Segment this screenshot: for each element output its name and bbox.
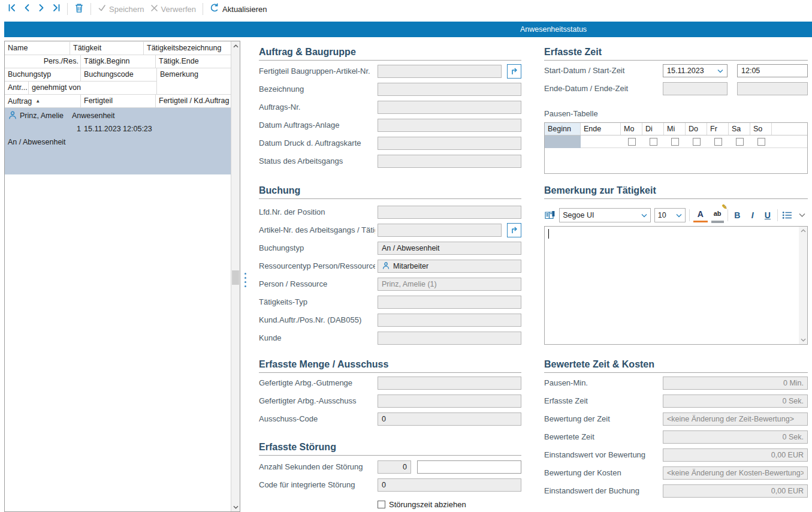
section-title: Erfasste Zeit: [544, 47, 602, 58]
pause-column-ende: Ende: [581, 123, 621, 135]
gefertigter-ausschuss-input: [378, 394, 521, 408]
scroll-thumb[interactable]: [232, 270, 239, 285]
field-label: Auftrags-Nr.: [259, 103, 375, 112]
person-icon: [8, 110, 17, 122]
auftrags-nr-input: [378, 101, 521, 114]
scroll-down-icon[interactable]: [799, 336, 807, 344]
column-header-taetigk-beginn[interactable]: Tätigk.Beginn: [81, 55, 156, 68]
discard-button[interactable]: Verwerfen: [147, 2, 200, 16]
column-header-buchungscode[interactable]: Buchungscode: [81, 68, 156, 81]
next-record-button[interactable]: [34, 2, 49, 16]
open-reference-button[interactable]: [507, 223, 521, 237]
first-record-icon: [8, 4, 17, 14]
chevron-down-icon[interactable]: [641, 211, 647, 219]
di-checkbox[interactable]: [650, 138, 657, 146]
section-title: Auftrag & Baugruppe: [259, 47, 356, 58]
field-label: Kunde: [259, 333, 375, 342]
ausschuss-code-input: 0: [378, 412, 521, 426]
stoerung-zusatz-input[interactable]: [417, 460, 521, 474]
bullet-list-icon[interactable]: [781, 209, 793, 222]
section-rule: [259, 455, 521, 456]
font-size-combo[interactable]: 10: [654, 208, 686, 222]
start-zeit-input[interactable]: 12:05: [737, 64, 808, 77]
field-label: Tätigkeits-Typ: [259, 297, 375, 306]
scroll-up-icon[interactable]: [231, 41, 240, 50]
column-header-pers-res[interactable]: Pers./Res.: [5, 55, 81, 68]
column-header-buchungstyp[interactable]: Buchungstyp: [5, 68, 81, 81]
do-checkbox[interactable]: [693, 138, 701, 146]
row-taetigkeit: Anwesenheit: [72, 112, 115, 120]
column-header-taetigk-ende[interactable]: Tätigk.Ende: [156, 55, 231, 68]
font-color-icon[interactable]: A: [693, 207, 707, 222]
column-header-taetigkeit[interactable]: Tätigkeit: [70, 42, 144, 55]
pause-column-di: Di: [642, 123, 664, 135]
panel-splitter[interactable]: [244, 273, 247, 292]
column-header-fertigteil-kd-auftrag[interactable]: Fertigteil / Kd.Auftrag: [156, 95, 231, 107]
pause-ende-cell[interactable]: [581, 135, 621, 148]
field-label: Code für integrierte Störung: [259, 480, 375, 489]
selected-booking-row[interactable]: Prinz, Amelie Anwesenheit 1 15.11.2023 1…: [5, 108, 231, 174]
pause-column-beginn: Beginn: [545, 123, 581, 135]
scroll-up-icon[interactable]: [799, 227, 807, 235]
toolbar-separator: [689, 209, 690, 221]
field-label: Status des Arbeitsgangs: [259, 156, 375, 165]
column-header-genehmigt-von[interactable]: genehmigt von: [29, 82, 156, 94]
field-label: Ausschuss-Code: [259, 414, 375, 423]
open-reference-button[interactable]: [507, 64, 521, 79]
field-label: Gefertigter Arbg.-Ausschuss: [259, 396, 375, 405]
sort-ascending-icon: ▲: [35, 98, 40, 104]
pause-table-header: Beginn Ende Mo Di Mi Do Fr Sa So: [545, 123, 807, 135]
italic-icon[interactable]: I: [747, 209, 758, 222]
pause-table-row[interactable]: [545, 135, 807, 148]
fr-checkbox[interactable]: [714, 138, 722, 146]
pause-column-mo: Mo: [621, 123, 642, 135]
pause-beginn-cell[interactable]: [545, 135, 581, 148]
section-erfasste-zeit: Erfasste Zeit Start-Datum / Start-Zeit 1…: [544, 47, 808, 182]
field-label: Einstandswert vor Bewertung: [544, 450, 660, 459]
delete-button[interactable]: [71, 1, 87, 17]
last-record-button[interactable]: [49, 2, 64, 16]
toolbar-more-chevron-icon[interactable]: [796, 209, 808, 222]
mi-checkbox[interactable]: [671, 138, 679, 146]
save-button[interactable]: Speichern: [95, 2, 147, 16]
column-header-fertigteil[interactable]: Fertigteil: [81, 95, 156, 107]
start-datum-combo[interactable]: 15.11.2023: [663, 64, 728, 77]
bold-icon[interactable]: B: [732, 209, 743, 222]
bewertung-der-zeit-input: <keine Änderung der Zeit-Bewertung>: [663, 412, 808, 426]
chevron-down-icon[interactable]: [717, 67, 723, 75]
previous-record-button[interactable]: [20, 2, 34, 16]
list-header-row-1: Name Tätigkeit Tätigkeitsbezeichnung: [5, 42, 231, 55]
ressourcentyp-input: Mitarbeiter: [378, 260, 521, 273]
column-header-name[interactable]: Name: [5, 42, 70, 55]
list-vertical-scrollbar[interactable]: [231, 41, 240, 511]
list-header-row-5: Auftrag▲ Fertigteil Fertigteil / Kd.Auft…: [5, 95, 231, 108]
list-header-row-2: Pers./Res. Tätigk.Beginn Tätigk.Ende: [5, 55, 231, 68]
refresh-button[interactable]: Aktualisieren: [207, 1, 270, 17]
chevron-right-icon: [37, 4, 46, 14]
field-label: Bewertung der Zeit: [544, 414, 660, 423]
spellcheck-book-icon[interactable]: [544, 209, 556, 222]
underline-icon[interactable]: U: [762, 209, 773, 222]
column-header-bemerkung[interactable]: Bemerkung: [157, 68, 231, 94]
column-header-taetigkeitsbezeichnung[interactable]: Tätigkeitsbezeichnung: [144, 42, 231, 55]
mo-checkbox[interactable]: [628, 138, 636, 146]
sa-checkbox[interactable]: [736, 138, 744, 146]
first-record-button[interactable]: [5, 2, 20, 16]
highlight-color-icon[interactable]: ab✎: [711, 207, 724, 223]
person-ressource-input: Prinz, Amelie (1): [378, 278, 521, 291]
scroll-down-icon[interactable]: [231, 502, 240, 511]
artikel-nr-arbeitsgang-input: [378, 224, 502, 237]
column-header-auftrag[interactable]: Auftrag▲: [5, 95, 81, 107]
column-header-antrag[interactable]: Antr...: [5, 82, 29, 94]
fertigteil-baugruppen-artikel-nr-input: [378, 65, 502, 78]
bemerkung-editor[interactable]: [544, 226, 808, 345]
field-label: Ende-Datum / Ende-Zeit: [544, 84, 660, 93]
editor-vertical-scrollbar[interactable]: [799, 227, 807, 344]
font-family-combo[interactable]: Segoe UI: [559, 208, 651, 222]
detail-caption-bar: Anwesenheitsstatus: [4, 22, 812, 37]
stoerungszeit-abziehen-checkbox[interactable]: [378, 501, 385, 508]
stoerung-sekunden-input: 0: [378, 460, 411, 474]
so-checkbox[interactable]: [757, 138, 765, 146]
chevron-left-icon: [23, 4, 31, 14]
chevron-down-icon[interactable]: [676, 211, 682, 219]
